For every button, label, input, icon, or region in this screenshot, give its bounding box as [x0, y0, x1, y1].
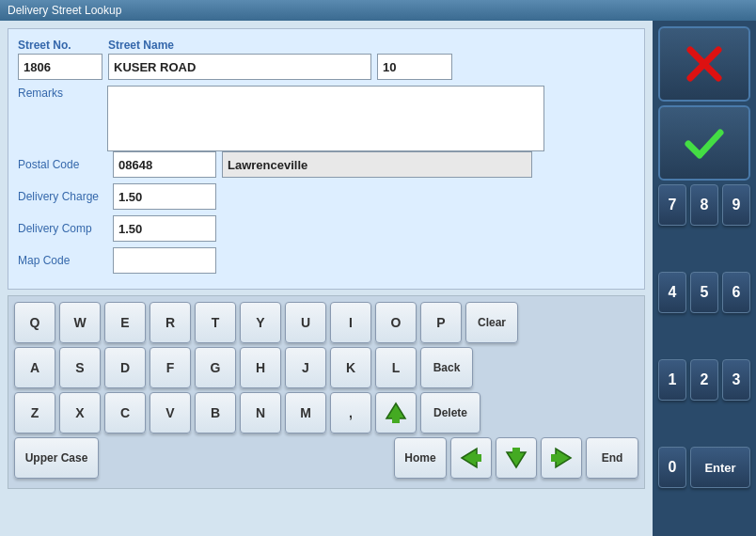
num-key-3[interactable]: 3: [722, 359, 750, 401]
key-l[interactable]: L: [375, 347, 417, 388]
postal-code-input[interactable]: [113, 151, 216, 178]
delivery-charge-row: Delivery Charge: [18, 183, 635, 210]
kb-row-3: Z X C V B N M , Delete: [14, 392, 638, 434]
key-d[interactable]: D: [104, 347, 146, 388]
delivery-charge-input[interactable]: [113, 183, 216, 210]
key-j[interactable]: J: [285, 347, 326, 388]
key-u[interactable]: U: [285, 302, 326, 343]
num-key-2[interactable]: 2: [690, 359, 718, 401]
key-back[interactable]: Back: [420, 347, 473, 388]
kb-row-1: Q W E R T Y U I O P Clear: [14, 302, 638, 343]
svg-marker-6: [556, 449, 571, 467]
ok-button[interactable]: [658, 105, 750, 181]
key-arrow-up[interactable]: [375, 392, 417, 434]
arrow-right-icon: [548, 445, 575, 471]
num-key-5[interactable]: 5: [690, 272, 718, 313]
title-text: Delivery Street Lookup: [8, 4, 121, 17]
key-delete[interactable]: Delete: [420, 392, 480, 434]
num-key-7[interactable]: 7: [658, 184, 686, 226]
svg-rect-5: [512, 448, 520, 453]
key-n[interactable]: N: [240, 392, 281, 434]
numpad-area: 7 8 9 4 5 6 1 2 3 0 Enter: [658, 184, 750, 530]
key-arrow-down[interactable]: [496, 437, 537, 479]
city-input[interactable]: [222, 151, 532, 178]
key-q[interactable]: Q: [14, 302, 55, 343]
cancel-icon: [681, 40, 728, 87]
num-key-9[interactable]: 9: [722, 184, 750, 226]
street-suffix-input[interactable]: [377, 54, 452, 80]
street-inputs-row: [18, 54, 635, 80]
num-key-1[interactable]: 1: [658, 359, 686, 401]
ok-icon: [681, 119, 728, 166]
key-z[interactable]: Z: [14, 392, 55, 434]
key-v[interactable]: V: [150, 392, 191, 434]
kb-row-bottom: Upper Case Home: [14, 437, 638, 479]
remarks-textarea[interactable]: [107, 86, 544, 151]
key-h[interactable]: H: [240, 347, 281, 388]
svg-rect-7: [551, 454, 557, 462]
key-end[interactable]: End: [586, 437, 638, 479]
form-area: Street No. Street Name Remarks Postal Co…: [8, 28, 645, 290]
svg-marker-2: [462, 449, 477, 467]
street-no-header: Street No.: [18, 39, 102, 52]
title-bar: Delivery Street Lookup: [0, 0, 756, 21]
key-c[interactable]: C: [104, 392, 146, 434]
key-r[interactable]: R: [150, 302, 191, 343]
key-e[interactable]: E: [104, 302, 146, 343]
key-uppercase[interactable]: Upper Case: [14, 437, 99, 479]
key-m[interactable]: M: [285, 392, 326, 434]
key-o[interactable]: O: [375, 302, 417, 343]
svg-marker-4: [507, 452, 526, 467]
num-key-6[interactable]: 6: [722, 272, 750, 313]
key-clear[interactable]: Clear: [465, 302, 518, 343]
key-k[interactable]: K: [330, 347, 371, 388]
delivery-charge-label: Delivery Charge: [18, 190, 107, 203]
key-g[interactable]: G: [195, 347, 236, 388]
kb-row-2: A S D F G H J K L Back: [14, 347, 638, 388]
map-code-row: Map Code: [18, 247, 635, 274]
delivery-comp-label: Delivery Comp: [18, 222, 107, 235]
num-key-4[interactable]: 4: [658, 272, 686, 313]
key-x[interactable]: X: [59, 392, 101, 434]
num-key-0[interactable]: 0: [658, 447, 686, 488]
arrow-left-icon: [458, 445, 484, 471]
arrow-up-icon: [383, 400, 409, 426]
remarks-label: Remarks: [18, 86, 107, 100]
key-home[interactable]: Home: [394, 437, 447, 479]
delivery-comp-row: Delivery Comp: [18, 215, 635, 242]
left-panel: Street No. Street Name Remarks Postal Co…: [0, 21, 653, 536]
svg-marker-0: [386, 403, 405, 418]
street-headers: Street No. Street Name: [18, 39, 635, 52]
map-code-label: Map Code: [18, 254, 107, 267]
right-panel: 7 8 9 4 5 6 1 2 3 0 Enter: [653, 21, 756, 536]
street-no-input[interactable]: [18, 54, 102, 80]
street-name-header: Street Name: [108, 39, 371, 52]
key-y[interactable]: Y: [240, 302, 281, 343]
key-comma[interactable]: ,: [330, 392, 371, 434]
key-a[interactable]: A: [14, 347, 55, 388]
delivery-comp-input[interactable]: [113, 215, 216, 242]
key-f[interactable]: F: [150, 347, 191, 388]
postal-code-row: Postal Code: [18, 151, 635, 178]
key-arrow-left[interactable]: [450, 437, 492, 479]
num-key-enter[interactable]: Enter: [690, 447, 750, 488]
svg-rect-1: [392, 418, 400, 423]
main-container: Street No. Street Name Remarks Postal Co…: [0, 21, 756, 536]
svg-rect-3: [476, 454, 481, 462]
postal-code-label: Postal Code: [18, 158, 107, 171]
key-t[interactable]: T: [195, 302, 236, 343]
map-code-input[interactable]: [113, 247, 216, 274]
num-key-8[interactable]: 8: [690, 184, 718, 226]
street-name-input[interactable]: [108, 54, 371, 80]
key-p[interactable]: P: [420, 302, 462, 343]
key-w[interactable]: W: [59, 302, 101, 343]
key-b[interactable]: B: [195, 392, 236, 434]
key-s[interactable]: S: [59, 347, 101, 388]
remarks-row: Remarks: [18, 86, 635, 151]
arrow-down-icon: [503, 445, 529, 471]
cancel-button[interactable]: [658, 26, 750, 102]
keyboard-area: Q W E R T Y U I O P Clear A S D F G H J: [8, 295, 645, 489]
key-i[interactable]: I: [330, 302, 371, 343]
remarks-label-text: Remarks: [18, 87, 63, 100]
key-arrow-right[interactable]: [541, 437, 582, 479]
